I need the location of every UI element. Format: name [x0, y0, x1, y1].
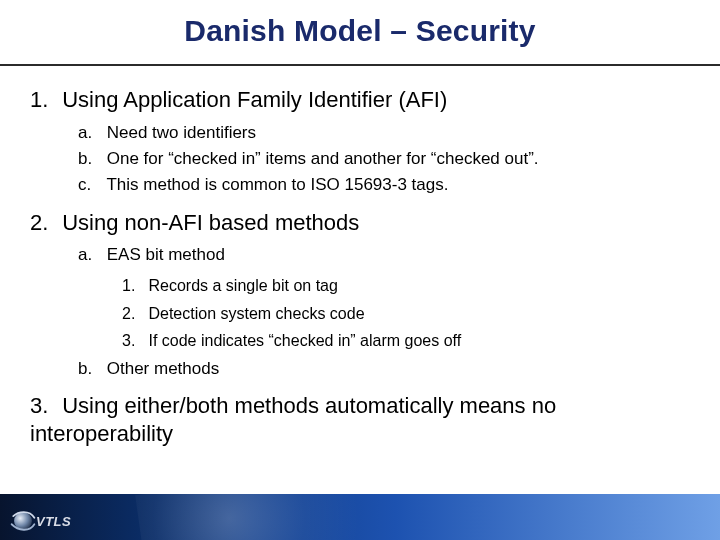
list-item: 3. Using either/both methods automatical… [30, 392, 690, 447]
list-text: This method is common to ISO 15693-3 tag… [106, 175, 448, 194]
list-marker: 3. [30, 392, 56, 420]
list-text: Using non-AFI based methods [62, 210, 359, 235]
outline-list: 1. Using Application Family Identifier (… [30, 86, 690, 447]
sublist: a. Need two identifiers b. One for “chec… [78, 120, 690, 199]
list-marker: b. [78, 146, 102, 172]
list-text: Records a single bit on tag [148, 277, 337, 294]
list-marker: 1. [30, 86, 56, 114]
list-text: Using either/both methods automatically … [30, 393, 556, 446]
title-underline [0, 64, 720, 66]
list-item: 1. Using Application Family Identifier (… [30, 86, 690, 199]
list-item: c. This method is common to ISO 15693-3 … [78, 172, 690, 198]
list-item: a. Need two identifiers [78, 120, 690, 146]
globe-icon [10, 508, 36, 534]
list-item: 3. If code indicates “checked in” alarm … [122, 327, 690, 354]
list-text: Using Application Family Identifier (AFI… [62, 87, 447, 112]
footer-banner: VTLS [0, 494, 720, 540]
list-item: 2. Detection system checks code [122, 300, 690, 327]
brand-text: VTLS [36, 514, 71, 529]
sublist: 1. Records a single bit on tag 2. Detect… [122, 272, 690, 354]
list-marker: 2. [30, 209, 56, 237]
list-marker: 2. [122, 300, 144, 327]
list-text: If code indicates “checked in” alarm goe… [148, 332, 461, 349]
list-text: Need two identifiers [107, 123, 256, 142]
brand-logo: VTLS [10, 508, 71, 534]
list-item: 2. Using non-AFI based methods a. EAS bi… [30, 209, 690, 383]
list-text: EAS bit method [107, 245, 225, 264]
list-marker: a. [78, 120, 102, 146]
list-marker: 1. [122, 272, 144, 299]
slide-body: 1. Using Application Family Identifier (… [30, 86, 690, 457]
slide: Danish Model – Security 1. Using Applica… [0, 0, 720, 540]
list-item: b. One for “checked in” items and anothe… [78, 146, 690, 172]
list-text: Detection system checks code [148, 305, 364, 322]
list-marker: b. [78, 356, 102, 382]
list-marker: a. [78, 242, 102, 268]
list-item: a. EAS bit method 1. Records a single bi… [78, 242, 690, 354]
sublist: a. EAS bit method 1. Records a single bi… [78, 242, 690, 382]
list-item: 1. Records a single bit on tag [122, 272, 690, 299]
list-text: Other methods [107, 359, 219, 378]
list-item: b. Other methods [78, 356, 690, 382]
slide-title: Danish Model – Security [0, 0, 720, 48]
list-marker: 3. [122, 327, 144, 354]
list-marker: c. [78, 172, 102, 198]
list-text: One for “checked in” items and another f… [107, 149, 539, 168]
